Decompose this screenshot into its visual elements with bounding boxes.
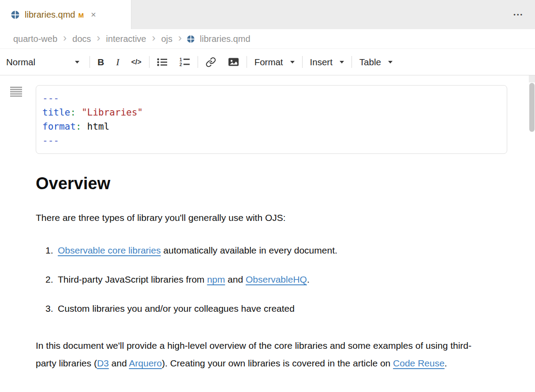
intro-paragraph[interactable]: There are three types of library you'll … [36, 212, 507, 224]
ellipsis-icon: ••• [513, 11, 524, 18]
numbered-list-button[interactable]: 1 2 [180, 57, 190, 67]
tab-bar: libraries.qmd M × ••• [0, 0, 535, 29]
chevron-separator-icon: › [152, 33, 155, 43]
outline-toggle-button[interactable] [10, 86, 22, 98]
list-item-2[interactable]: 2. Third-party JavaScript libraries from… [45, 271, 507, 288]
link-arquero[interactable]: Arquero [129, 358, 162, 368]
text-segment: and [225, 274, 246, 284]
list-text: Custom libraries you and/or your colleag… [58, 300, 295, 317]
yaml-line: --- [42, 91, 501, 105]
yaml-delimiter: --- [42, 135, 59, 146]
scrollbar-track-top [529, 75, 535, 82]
format-menu[interactable]: Format [254, 57, 295, 67]
yaml-key-format: format [42, 121, 76, 132]
list-number: 2. [45, 271, 58, 288]
text-segment: . [307, 274, 310, 284]
list-item-1[interactable]: 1. Observable core libraries automatical… [45, 242, 507, 259]
breadcrumb: quarto-web › docs › interactive › ojs › … [0, 29, 535, 49]
chevron-down-icon [340, 61, 344, 63]
link-button[interactable] [206, 57, 216, 67]
list-number: 3. [45, 300, 58, 317]
text-segment: Third-party JavaScript libraries from [58, 274, 207, 284]
svg-text:2: 2 [180, 62, 182, 67]
bold-button[interactable]: B [97, 57, 104, 67]
italic-button[interactable]: I [116, 56, 119, 68]
breadcrumb-item-quarto-web[interactable]: quarto-web [13, 34, 57, 44]
quarto-icon [187, 35, 195, 43]
yaml-metadata-block[interactable]: --- title:"Libraries" format:html --- [36, 85, 507, 154]
table-menu-label: Table [359, 57, 381, 67]
link-d3[interactable]: D3 [97, 358, 109, 368]
text-segment: ). Creating your own libraries is covere… [162, 358, 393, 368]
code-button[interactable]: </> [131, 58, 142, 66]
toolbar-separator [149, 56, 150, 68]
insert-menu[interactable]: Insert [310, 57, 344, 67]
list-number: 1. [45, 242, 58, 259]
link-npm[interactable]: npm [207, 274, 225, 284]
image-button[interactable] [228, 57, 239, 67]
quarto-icon [11, 10, 20, 19]
text-segment: and [109, 358, 129, 368]
chevron-separator-icon: › [178, 33, 182, 43]
toolbar-separator [198, 56, 198, 68]
breadcrumb-item-interactive[interactable]: interactive [106, 34, 146, 44]
chevron-separator-icon: › [63, 33, 67, 43]
svg-text:1: 1 [180, 57, 182, 62]
text-segment: . [445, 358, 447, 368]
paragraph-style-select[interactable]: Normal [6, 57, 82, 67]
numbered-list-icon: 1 2 [180, 57, 190, 67]
ordered-list: 1. Observable core libraries automatical… [36, 242, 507, 317]
more-options-button[interactable]: ••• [513, 11, 524, 18]
breadcrumb-item-file[interactable]: libraries.qmd [200, 34, 250, 44]
list-text: Third-party JavaScript libraries from np… [58, 271, 310, 288]
chevron-separator-icon: › [97, 33, 100, 43]
image-icon [228, 57, 239, 67]
link-observable-core-libraries[interactable]: Observable core libraries [58, 245, 161, 255]
format-menu-label: Format [254, 57, 283, 67]
bullet-list-button[interactable] [157, 58, 168, 67]
insert-menu-label: Insert [310, 57, 333, 67]
list-item-3[interactable]: 3. Custom libraries you and/or your coll… [45, 300, 507, 317]
toolbar-separator [352, 56, 352, 68]
editor-content: --- title:"Libraries" format:html --- Ov… [0, 75, 535, 372]
modified-badge: M [78, 11, 84, 19]
yaml-colon: : [70, 107, 76, 118]
yaml-key-title: title [42, 107, 70, 118]
insert-object-group [206, 57, 239, 67]
yaml-value-format: html [82, 121, 110, 132]
visual-editor-window: libraries.qmd M × ••• quarto-web › docs … [0, 0, 535, 392]
close-icon[interactable]: × [91, 10, 96, 19]
breadcrumb-item-ojs[interactable]: ojs [161, 34, 172, 44]
list-text: Observable core libraries automatically … [58, 242, 337, 259]
link-code-reuse[interactable]: Code Reuse [393, 358, 445, 368]
bullet-list-icon [157, 58, 168, 67]
link-observablehq[interactable]: ObservableHQ [246, 274, 307, 284]
formatting-toolbar: Normal B I </> 1 2 [0, 49, 535, 75]
scrollbar-thumb[interactable] [529, 83, 535, 132]
list-group: 1 2 [157, 57, 190, 67]
text-style-group: B I </> [97, 56, 142, 68]
toolbar-separator [302, 56, 303, 68]
chevron-down-icon [388, 61, 393, 63]
heading-overview[interactable]: Overview [36, 174, 507, 193]
yaml-line: title:"Libraries" [42, 105, 501, 119]
outline-icon [10, 86, 22, 97]
toolbar-separator [90, 56, 90, 68]
table-menu[interactable]: Table [359, 57, 393, 67]
breadcrumb-item-docs[interactable]: docs [72, 34, 91, 44]
closing-paragraph[interactable]: In this document we'll provide a high-le… [36, 337, 482, 372]
chevron-down-icon [75, 61, 79, 63]
yaml-colon: : [76, 121, 82, 132]
text-segment: automatically available in every documen… [161, 245, 337, 255]
chevron-down-icon [290, 61, 295, 63]
link-icon [206, 57, 216, 67]
paragraph-style-label: Normal [6, 57, 35, 67]
yaml-delimiter: --- [42, 93, 59, 104]
yaml-value-title: "Libraries" [76, 107, 143, 118]
yaml-line: --- [42, 134, 501, 148]
toolbar-separator [247, 56, 247, 68]
yaml-line: format:html [42, 119, 501, 134]
tab-title: libraries.qmd [25, 10, 75, 20]
tab-libraries-qmd[interactable]: libraries.qmd M × [0, 0, 131, 29]
